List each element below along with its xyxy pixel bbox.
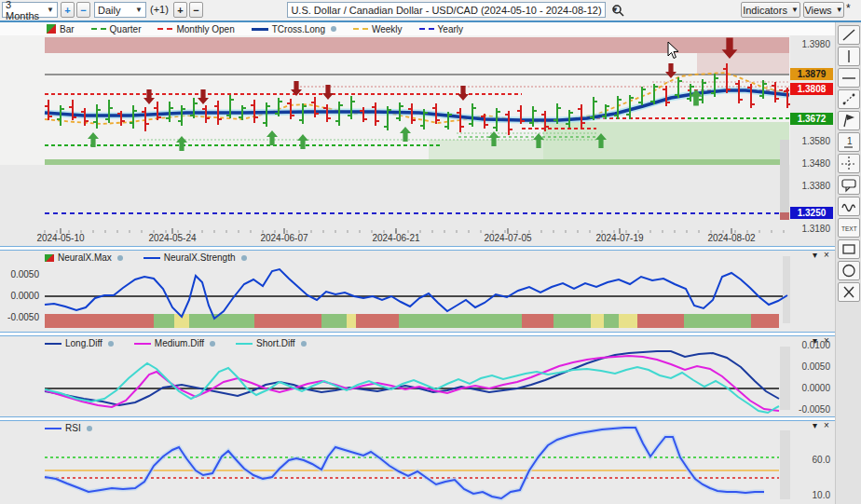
charting-app-window: 3 Months ▼ + − Daily ▼ (+1) + − U.S. Dol… [0,0,861,504]
price-zone [45,159,789,165]
interval-select-value: Daily [98,5,120,16]
neuralx-panel-controls: ▾ × [813,250,829,260]
price-zone [697,53,789,74]
legend-main-label: Weekly [372,24,403,34]
legend-main-item-1[interactable]: Quarter [91,24,142,34]
settings-dot-icon[interactable] [331,26,336,32]
step-forward-button[interactable]: + [173,2,187,18]
text-tool[interactable]: TEXT [838,218,860,238]
legend-main-item-4[interactable]: Weekly [353,24,403,34]
legend-main-label: Bar [60,24,75,34]
offset-label: (+1) [150,4,169,20]
neuralx-max-segment [45,314,154,328]
settings-dot-icon[interactable] [210,341,215,347]
neuralx-max-segment [554,314,591,328]
period-select-value: 3 Months [6,0,43,21]
date-label: 2024-05-24 [148,233,196,243]
step-back-button[interactable]: − [189,2,203,18]
delete-icon [840,283,858,301]
toolbar: 3 Months ▼ + − Daily ▼ (+1) + − U.S. Dol… [0,0,861,21]
ellipse-tool[interactable] [838,261,860,280]
date-label: 2024-06-07 [260,233,308,243]
panel-scroll-strip[interactable] [780,347,790,410]
legend-main-swatch [47,24,56,34]
neuralx-max-segment [254,314,321,328]
dashed-line-icon [840,90,858,108]
settings-dot-icon[interactable] [108,341,114,347]
panel-scroll-strip[interactable] [783,256,790,323]
neuralx-axis-label: -0.0050 [7,312,39,322]
measure-tool[interactable]: 1 [838,132,860,152]
legend-main-item-2[interactable]: Monthly Open [157,24,234,34]
measure-icon: 1 [840,133,858,151]
symbol-title: U.S. Dollar / Canadian Dollar - USD/CAD … [291,5,601,16]
panel-collapse-caret[interactable]: ▾ [813,335,817,346]
delete-tool[interactable] [838,282,860,302]
neuralx-max-segment [189,314,254,328]
neuralx-legend-item-0[interactable]: NeuralX.Max [45,252,123,263]
settings-dot-icon[interactable] [117,255,123,261]
legend-main-item-3[interactable]: TCross.Long [252,24,336,34]
zoom-in-button[interactable]: + [61,2,75,18]
panel-close-button[interactable]: × [824,335,829,346]
rectangle-icon [840,240,858,258]
chart-scroll-strip[interactable] [780,140,789,220]
horizontal-line-tool[interactable] [838,68,860,88]
neuralx-max-segment [399,314,522,328]
legend-main-item-5[interactable]: Yearly [419,24,463,34]
rsi-legend-item-0[interactable]: RSI [45,423,92,433]
zoom-out-button[interactable]: − [76,2,90,18]
rsi-panel-chart[interactable] [0,421,790,504]
diff-legend-item-2[interactable]: Short.Diff [236,338,307,348]
crosshair-tool[interactable] [838,154,860,173]
search-button[interactable]: ▼ [611,2,636,18]
search-icon [611,4,624,17]
price-zone [543,122,789,165]
panel-splitter[interactable] [0,416,835,421]
legend-main-item-0[interactable]: Bar [47,24,75,34]
flag-tool[interactable] [838,111,860,130]
panel-collapse-caret[interactable]: ▾ [813,250,817,260]
price-chart[interactable] [0,35,790,245]
interval-select[interactable]: Daily ▼ [94,2,146,18]
neuralx-legend-swatch [144,257,160,259]
flag-icon [840,112,858,129]
date-label: 2024-06-21 [372,233,419,243]
neuralx-legend-label: NeuralX.Max [58,252,112,263]
svg-text:1: 1 [847,136,853,146]
period-select[interactable]: 3 Months ▼ [2,2,58,18]
horizontal-line-icon [840,69,858,87]
settings-dot-icon[interactable] [301,341,307,347]
settings-dot-icon[interactable] [87,426,92,431]
neuralx-axis-label: 0.0050 [10,269,39,279]
indicators-button-label: Indicators [743,5,787,16]
main-chart-legend: BarQuarterMonthly OpenTCross.LongWeeklyY… [47,22,463,35]
vertical-line-tool[interactable] [838,47,860,66]
panel-splitter[interactable] [0,332,835,336]
rsi-legend-swatch [45,428,62,429]
legend-main-swatch [157,28,172,30]
date-label: 2024-08-02 [707,233,755,243]
panel-splitter[interactable] [0,246,835,251]
diff-legend-item-1[interactable]: Medium.Diff [134,338,215,348]
diff-legend-item-0[interactable]: Long.Diff [45,338,114,348]
panel-scroll-strip[interactable] [780,430,790,499]
neuralx-panel-chart[interactable] [0,251,790,332]
panel-close-button[interactable]: × [824,250,829,260]
panel-close-button[interactable]: × [824,420,829,430]
date-label: 2024-07-05 [484,233,531,243]
chevron-down-icon: ▼ [135,6,143,14]
panel-collapse-caret[interactable]: ▾ [813,420,817,430]
neuralx-max-segment [347,314,356,328]
diff-legend-swatch [236,343,253,345]
neuralx-max-segment [619,314,637,328]
trend-line-tool[interactable] [838,25,860,45]
wave-tool[interactable] [838,197,860,216]
legend-main-swatch [419,28,434,30]
settings-dot-icon[interactable] [241,255,247,261]
neuralx-legend-item-1[interactable]: NeuralX.Strength [144,252,247,263]
rectangle-tool[interactable] [838,239,860,259]
dashed-line-tool[interactable] [838,89,860,109]
symbol-title-box[interactable]: U.S. Dollar / Canadian Dollar - USD/CAD … [287,2,606,18]
callout-tool[interactable] [838,175,860,195]
